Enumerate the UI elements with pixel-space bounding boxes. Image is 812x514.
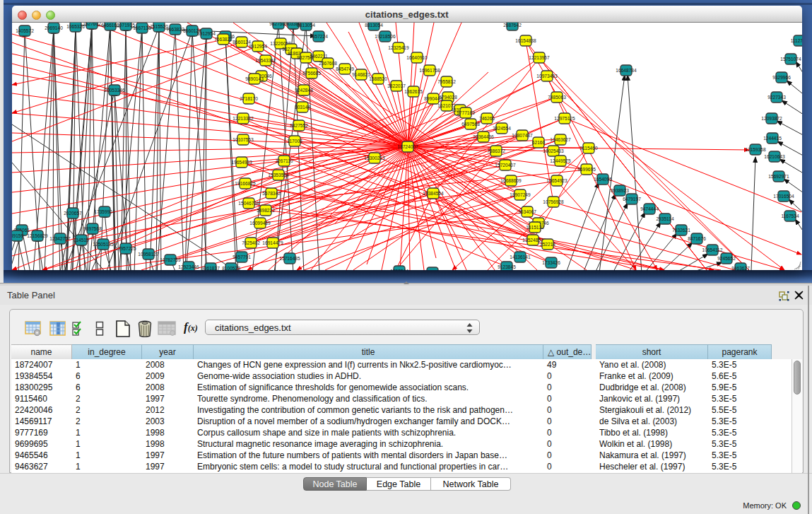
svg-text:8938923: 8938923 [611,188,629,193]
svg-text:9897568: 9897568 [83,226,102,231]
svg-text:16648784: 16648784 [616,68,637,73]
svg-text:6497568: 6497568 [461,122,480,127]
svg-text:15720407: 15720407 [495,163,516,168]
svg-text:12156829: 12156829 [27,233,48,238]
svg-text:10807487: 10807487 [512,133,533,138]
svg-text:19166825: 19166825 [235,181,256,186]
svg-text:9329966: 9329966 [772,75,791,80]
svg-text:9699695: 9699695 [577,167,596,172]
svg-text:18907249: 18907249 [510,192,531,197]
svg-text:18724007: 18724007 [397,144,418,149]
svg-text:2687642: 2687642 [503,23,522,28]
svg-text:7386372: 7386372 [487,148,505,153]
svg-text:3822037: 3822037 [387,83,406,88]
svg-text:17359924: 17359924 [94,209,115,214]
svg-text:16099489: 16099489 [249,221,271,226]
svg-text:20053346: 20053346 [104,88,125,93]
svg-text:19654923: 19654923 [546,178,567,183]
svg-text:12505135: 12505135 [93,242,114,247]
svg-text:7955812: 7955812 [437,79,456,84]
svg-text:16914479: 16914479 [262,240,283,245]
svg-text:252214: 252214 [540,242,555,247]
svg-text:7632621: 7632621 [672,228,690,233]
svg-text:12975125: 12975125 [554,116,575,121]
svg-text:3267110: 3267110 [275,158,293,163]
svg-text:9463627: 9463627 [731,266,750,270]
svg-text:12093872: 12093872 [761,116,782,121]
svg-text:9115460: 9115460 [579,146,598,151]
svg-text:39159: 39159 [12,233,23,238]
svg-text:9457791: 9457791 [233,255,251,259]
svg-text:15300213: 15300213 [364,156,385,160]
svg-text:1733426: 1733426 [542,260,560,265]
svg-text:1292344: 1292344 [390,269,408,270]
svg-text:7663822: 7663822 [214,37,233,42]
svg-text:9123845: 9123845 [498,264,516,269]
svg-text:1112784: 1112784 [791,38,802,43]
svg-text:15353594: 15353594 [268,173,289,177]
svg-text:114519: 114519 [73,238,89,243]
svg-text:16640910: 16640910 [406,55,428,60]
svg-text:2020657: 2020657 [64,211,82,216]
svg-text:1588520: 1588520 [369,76,387,81]
svg-text:746266: 746266 [479,116,495,121]
svg-text:16782759: 16782759 [160,257,181,262]
svg-text:9245652: 9245652 [717,256,736,261]
svg-text:9890143: 9890143 [245,76,264,81]
svg-text:12342757: 12342757 [49,236,71,241]
svg-text:12923446: 12923446 [178,264,199,269]
svg-text:1654095: 1654095 [594,177,612,182]
svg-text:17016504: 17016504 [773,194,794,199]
svg-text:1405572: 1405572 [16,28,34,33]
svg-text:7485063: 7485063 [548,95,566,100]
svg-text:9227343: 9227343 [767,95,786,100]
svg-text:8100528: 8100528 [222,266,240,270]
svg-text:7625402: 7625402 [242,240,260,245]
svg-text:2935114: 2935114 [656,216,674,221]
svg-text:1362615: 1362615 [404,89,423,94]
svg-text:1244415: 1244415 [763,136,782,141]
svg-text:12449575: 12449575 [550,158,571,163]
svg-text:19218506: 19218506 [375,34,396,39]
svg-text:1167534: 1167534 [781,214,799,218]
svg-text:8912954: 8912954 [249,44,267,49]
svg-text:16210643: 16210643 [764,154,785,159]
svg-text:12213382: 12213382 [233,116,254,121]
svg-text:12325419: 12325419 [388,45,409,50]
svg-text:803144: 803144 [295,105,310,110]
svg-text:20364436: 20364436 [473,134,494,139]
svg-text:8813054: 8813054 [365,23,383,28]
svg-text:9777169: 9777169 [457,110,475,115]
svg-text:10025433: 10025433 [543,148,564,153]
svg-text:15751074: 15751074 [780,57,801,62]
svg-text:10543362: 10543362 [255,58,276,63]
svg-text:8454749: 8454749 [336,66,354,71]
svg-text:9634067: 9634067 [518,209,536,214]
svg-text:6479197: 6479197 [623,197,641,201]
svg-text:12213957: 12213957 [529,55,550,60]
svg-text:1667135: 1667135 [133,25,151,30]
svg-text:8756685: 8756685 [302,71,321,76]
svg-text:19384554: 19384554 [423,191,444,196]
svg-text:6794028: 6794028 [439,95,457,100]
svg-text:8912954: 8912954 [197,31,216,36]
svg-text:3824554: 3824554 [493,126,511,131]
svg-text:5578342: 5578342 [262,191,281,196]
svg-text:15716485: 15716485 [279,256,300,261]
svg-text:7663822: 7663822 [166,27,184,32]
svg-text:8427552: 8427552 [290,123,308,128]
svg-text:62160: 62160 [532,140,546,145]
svg-text:15046738: 15046738 [238,201,259,206]
svg-text:10958127: 10958127 [138,252,159,257]
svg-text:17957225: 17957225 [115,246,136,251]
svg-text:5498222: 5498222 [257,208,275,213]
svg-text:10688609: 10688609 [500,178,522,183]
svg-text:15692971: 15692971 [768,174,789,179]
svg-text:1615132: 1615132 [526,225,544,230]
svg-text:10463627: 10463627 [550,137,571,142]
svg-text:117008: 117008 [287,139,302,144]
svg-text:12159358: 12159358 [745,147,766,152]
svg-text:8813054: 8813054 [297,23,315,28]
svg-text:14136141: 14136141 [510,255,531,259]
svg-text:8471676: 8471676 [688,236,706,241]
